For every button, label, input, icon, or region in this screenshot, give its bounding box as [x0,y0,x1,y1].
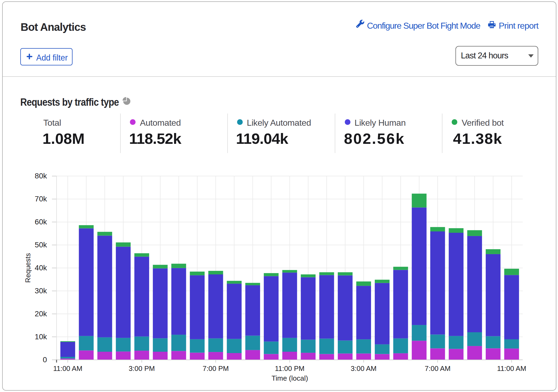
svg-text:3:00 AM: 3:00 AM [351,364,376,373]
svg-text:3:00 PM: 3:00 PM [129,364,155,373]
svg-text:60k: 60k [35,218,47,226]
svg-text:11:00 AM: 11:00 AM [53,364,82,373]
svg-text:80k: 80k [35,172,47,180]
svg-text:70k: 70k [35,195,47,203]
svg-text:7:00 AM: 7:00 AM [425,364,450,373]
svg-text:10k: 10k [35,333,47,341]
svg-text:20k: 20k [35,310,47,318]
svg-text:30k: 30k [35,287,47,295]
svg-text:11:00 AM: 11:00 AM [497,364,526,373]
svg-text:7:00 PM: 7:00 PM [203,364,229,373]
svg-text:40k: 40k [35,264,47,272]
svg-text:0: 0 [43,356,47,364]
svg-text:11:00 PM: 11:00 PM [275,364,304,373]
svg-text:Time (local): Time (local) [272,374,308,382]
svg-text:Requests: Requests [24,253,32,283]
svg-text:50k: 50k [35,241,47,249]
